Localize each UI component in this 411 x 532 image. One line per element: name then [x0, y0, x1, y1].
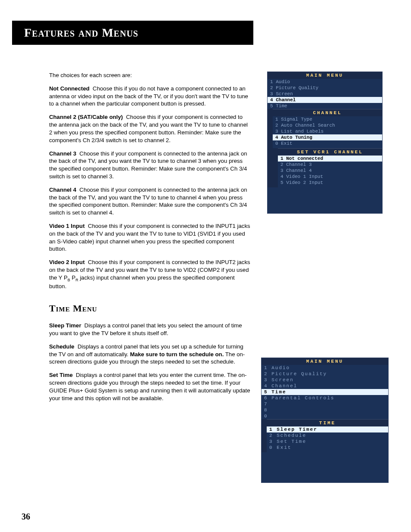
- menu-item: 5 Video 2 Input: [278, 180, 382, 186]
- menu-item: 0 Exit: [273, 140, 382, 146]
- option-channel-4: Channel 4 Choose this if your component …: [49, 186, 252, 217]
- menu-item: 3 Channel 4: [278, 168, 382, 174]
- menu-item: 3 Screen: [262, 377, 388, 383]
- intro-text: The choices for each screen are:: [49, 72, 252, 79]
- menu-item: 2 Picture Quality: [262, 371, 388, 377]
- menu-item: 1 Audio: [268, 79, 382, 85]
- menu-item: 2 Channel 3: [278, 162, 382, 168]
- menu-item: 2 Picture Quality: [268, 85, 382, 91]
- option-channel-2: Channel 2 (SAT/Cable only) Choose this i…: [49, 113, 252, 144]
- option-video-1: Video 1 Input Choose this if your compon…: [49, 222, 252, 253]
- menu-item: 3 Screen: [268, 91, 382, 97]
- option-channel-3: Channel 3 Choose this if your component …: [49, 150, 252, 180]
- menu-item: 1 Signal Type: [273, 116, 382, 122]
- osd-vcr1-title: SET VCR1 CHANNEL: [278, 149, 382, 156]
- menu-item: 1 Sleep Timer: [267, 426, 388, 432]
- menu-item: 4 Video 1 Input: [278, 174, 382, 180]
- page-number: 36: [22, 512, 30, 522]
- time-set-time: Set Time Displays a control panel that l…: [49, 371, 252, 402]
- menu-item: 5 Time: [262, 389, 388, 395]
- osd-time-menu: MAIN MENU 1 Audio2 Picture Quality3 Scre…: [261, 358, 389, 483]
- menu-item: 4 Channel: [262, 383, 388, 389]
- menu-item: 3 Set Time: [267, 439, 388, 445]
- time-schedule: Schedule Displays a control panel that l…: [49, 343, 252, 366]
- body-text: The choices for each screen are: Not Con…: [49, 72, 252, 408]
- osd-channel-title: CHANNEL: [273, 109, 382, 116]
- menu-item: 6 Parental Controls: [262, 395, 388, 401]
- menu-item: 4 Channel: [268, 97, 382, 103]
- menu-item: 3 List and Labels: [273, 128, 382, 134]
- menu-item: 7: [262, 401, 388, 407]
- menu-item: 8: [262, 407, 388, 413]
- osd-main-title: MAIN MENU: [268, 72, 382, 79]
- option-video-2: Video 2 Input Choose this if your compon…: [49, 258, 252, 290]
- option-not-connected: Not Connected Choose this if you do not …: [49, 85, 252, 108]
- menu-item: 4 Auto Tuning: [273, 134, 382, 140]
- osd-time-title: TIME: [267, 420, 388, 426]
- menu-item: 0 Exit: [267, 445, 388, 451]
- time-menu-heading: Time Menu: [49, 302, 252, 315]
- osd-main-title-2: MAIN MENU: [262, 358, 388, 365]
- time-sleep-timer: Sleep Timer Displays a control panel tha…: [49, 322, 252, 337]
- menu-item: 1 Audio: [262, 365, 388, 371]
- menu-item: 2 Schedule: [267, 432, 388, 439]
- osd-channel-menu: MAIN MENU 1 Audio2 Picture Quality3 Scre…: [267, 72, 383, 214]
- menu-item: 2 Auto Channel Search: [273, 122, 382, 128]
- menu-item: 1 Not connected: [278, 156, 382, 162]
- menu-item: 5 Time: [268, 103, 382, 109]
- menu-item: 0: [262, 413, 388, 419]
- section-header: Features and Menus: [12, 21, 253, 45]
